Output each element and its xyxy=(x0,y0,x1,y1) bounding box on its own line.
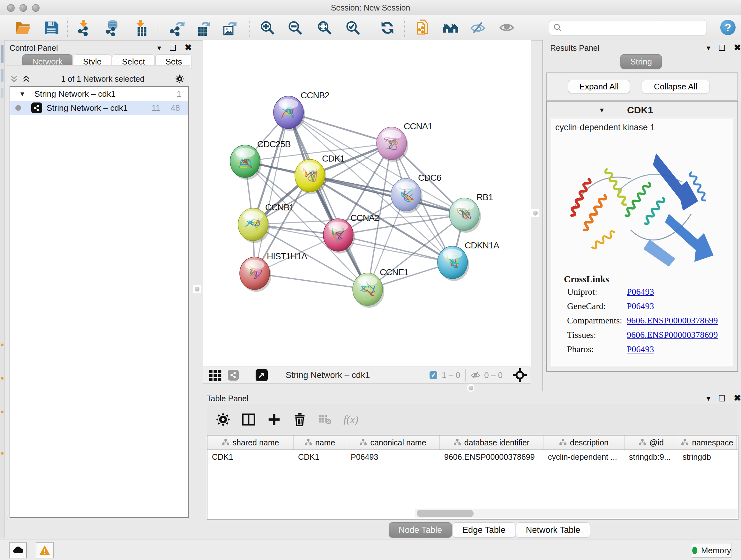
network-collection-row[interactable]: ▼ String Network – cdk1 1 xyxy=(10,87,188,101)
search-field[interactable] xyxy=(549,20,707,36)
zoom-selected-icon[interactable] xyxy=(343,18,362,38)
refresh-icon[interactable] xyxy=(378,18,397,38)
left-splitter-handle[interactable] xyxy=(193,285,201,293)
expand-all-button[interactable]: Expand All xyxy=(568,80,630,93)
cell-description[interactable]: cyclin-dependent ... xyxy=(543,452,624,462)
collection-expand-arrow-icon[interactable]: ▼ xyxy=(19,90,25,98)
collapse-all-button[interactable]: Collapse All xyxy=(642,80,710,93)
import-table-icon[interactable] xyxy=(131,18,151,38)
tab-string[interactable]: String xyxy=(620,54,662,69)
toolbar-separator xyxy=(404,18,405,37)
control-panel-menu-icon[interactable]: ▾ xyxy=(157,44,161,52)
tab-edge-table[interactable]: Edge Table xyxy=(453,522,515,538)
network-options-gear-icon[interactable] xyxy=(175,74,185,84)
network-node-CDKN1A[interactable] xyxy=(437,246,469,281)
cell-name[interactable]: CDK1 xyxy=(293,452,346,462)
column-header-shared-name[interactable]: shared name xyxy=(207,435,293,449)
collapse-all-chevron-icon[interactable] xyxy=(10,74,18,83)
network-node-RB1[interactable] xyxy=(449,198,481,233)
save-session-icon[interactable] xyxy=(42,18,61,38)
create-column-plus-icon[interactable] xyxy=(267,412,281,427)
crosslink-link[interactable]: 9606.ENSP00000378699 xyxy=(627,315,718,326)
zoom-out-icon[interactable] xyxy=(286,18,305,38)
horizontal-splitter-handle[interactable] xyxy=(467,384,475,392)
expand-all-chevron-icon[interactable] xyxy=(22,74,30,83)
search-input[interactable] xyxy=(562,21,706,35)
edge-count: 48 xyxy=(171,103,180,113)
share-document-icon[interactable] xyxy=(414,18,433,38)
export-image-icon[interactable] xyxy=(220,18,239,38)
tab-node-table[interactable]: Node Table xyxy=(389,522,452,538)
column-header-database-identifier[interactable]: database identifier xyxy=(440,435,543,449)
results-panel-float-icon[interactable]: ❑ xyxy=(719,44,726,52)
delete-column-trash-icon[interactable] xyxy=(292,412,307,427)
table-panel-close-icon[interactable]: ✖ xyxy=(734,394,741,402)
scrollbar-thumb[interactable] xyxy=(417,510,474,517)
gene-name: CDK1 xyxy=(605,105,675,116)
selected-nodes-checkbox-icon[interactable]: ✓ xyxy=(429,371,437,379)
column-header-name[interactable]: name xyxy=(293,435,346,449)
warnings-button[interactable] xyxy=(36,543,54,558)
string-view-icon[interactable] xyxy=(228,370,239,381)
help-button[interactable]: ? xyxy=(720,20,736,35)
main-toolbar: ? xyxy=(0,15,741,41)
network-node-CCNA1[interactable] xyxy=(377,127,408,162)
network-node-CDK1[interactable] xyxy=(295,159,327,194)
cell-namespace[interactable]: stringdb xyxy=(678,452,737,462)
show-columns-icon[interactable] xyxy=(241,412,256,427)
column-header-canonical-name[interactable]: canonical name xyxy=(346,435,440,449)
hide-selected-icon[interactable] xyxy=(468,18,487,38)
results-panel-title: Results Panel xyxy=(550,44,599,53)
network-node-CCNE1[interactable] xyxy=(353,273,384,308)
results-panel-close-icon[interactable]: ✖ xyxy=(734,44,741,52)
export-network-icon[interactable] xyxy=(168,18,187,38)
column-header-namespace[interactable]: namespace xyxy=(678,435,737,449)
show-view-eye-icon[interactable] xyxy=(497,18,516,38)
network-bullet-icon xyxy=(15,105,21,111)
zoom-in-icon[interactable] xyxy=(258,18,277,38)
cloud-button[interactable] xyxy=(9,543,27,558)
crosslink-link[interactable]: P06493 xyxy=(627,344,654,354)
birdseye-view-icon[interactable] xyxy=(256,369,268,381)
crosshair-navigate-icon[interactable] xyxy=(513,368,527,382)
crosslink-link[interactable]: P06493 xyxy=(627,287,654,297)
toolbar-separator xyxy=(158,18,159,37)
control-panel-close-icon[interactable]: ✖ xyxy=(185,44,192,52)
network-node-CCNB2[interactable] xyxy=(273,96,305,131)
crosslink-link[interactable]: P06493 xyxy=(627,301,654,311)
table-panel-menu-icon[interactable]: ▾ xyxy=(706,395,711,402)
gene-entry-header[interactable]: ▼ CDK1 xyxy=(548,103,736,118)
import-network-database-icon[interactable] xyxy=(103,18,122,38)
tab-network-table[interactable]: Network Table xyxy=(516,522,590,538)
export-table-icon[interactable] xyxy=(193,18,212,38)
table-row[interactable]: CDK1CDK1P064939606.ENSP00000378699cyclin… xyxy=(207,450,738,464)
cell-canonical-name[interactable]: P06493 xyxy=(346,452,440,462)
network-view-canvas[interactable]: CCNB2CCNA1CDC25BCDK1CDC6RB1CCNB1CCNA2CDK… xyxy=(203,40,531,367)
table-options-gear-icon[interactable] xyxy=(216,412,230,427)
crosslink-link[interactable]: 9606.ENSP00000378699 xyxy=(627,330,718,340)
node-label-CDC25B: CDC25B xyxy=(257,139,291,149)
network-row-selected[interactable]: String Network – cdk1 11 48 xyxy=(10,101,188,115)
control-panel-float-icon[interactable]: ❑ xyxy=(170,44,177,52)
open-session-icon[interactable] xyxy=(13,18,32,38)
column-header--id[interactable]: @id xyxy=(624,435,678,449)
memory-button[interactable]: Memory xyxy=(692,543,731,558)
network-node-HIST1H1A[interactable] xyxy=(240,257,271,292)
table-panel-float-icon[interactable]: ❑ xyxy=(719,395,726,402)
import-network-file-icon[interactable] xyxy=(75,18,94,38)
right-splitter-handle[interactable] xyxy=(531,209,539,217)
table-horizontal-scrollbar[interactable] xyxy=(415,509,738,518)
results-panel-menu-icon[interactable]: ▾ xyxy=(706,44,711,52)
fit-content-icon[interactable] xyxy=(315,18,334,38)
network-node-CDC25B[interactable] xyxy=(230,145,262,180)
cell--id[interactable]: stringdb:9... xyxy=(624,452,678,462)
entry-collapse-arrow-icon[interactable]: ▼ xyxy=(599,107,605,114)
cell-shared-name[interactable]: CDK1 xyxy=(207,452,293,462)
network-node-CDC6[interactable] xyxy=(391,179,422,213)
separator xyxy=(465,369,466,381)
cell-database-identifier[interactable]: 9606.ENSP00000378699 xyxy=(440,452,543,462)
column-header-description[interactable]: description xyxy=(543,435,624,449)
grid-view-icon[interactable] xyxy=(208,368,222,382)
crosslink-label: Compartments: xyxy=(564,315,627,326)
home-icon[interactable] xyxy=(441,18,460,38)
